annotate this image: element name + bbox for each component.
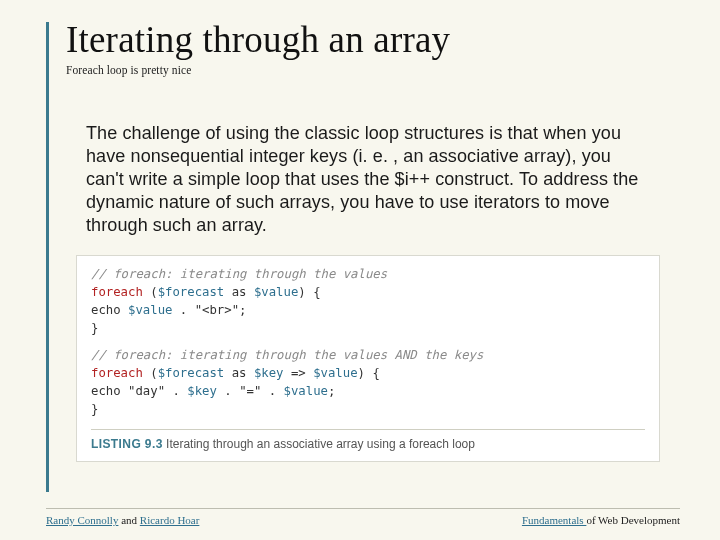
author-link: Ricardo Hoar <box>140 514 200 526</box>
code-comment: // foreach: iterating through the values… <box>91 347 645 365</box>
slide-title: Iterating through an array <box>66 18 680 61</box>
book-rest: of Web Development <box>586 514 680 526</box>
footer-book: Fundamentals of Web Development <box>522 514 680 526</box>
code-line: } <box>91 401 645 419</box>
accent-bar <box>46 22 49 492</box>
footer-divider <box>46 508 680 509</box>
code-line: foreach ($forecast as $key => $value) { <box>91 365 645 383</box>
code-listing: // foreach: iterating through the values… <box>76 255 660 462</box>
code-line: } <box>91 320 645 338</box>
body-paragraph: The challenge of using the classic loop … <box>86 122 650 237</box>
slide-container: Iterating through an array Foreach loop … <box>0 0 720 540</box>
listing-caption: LISTING 9.3 Iterating through an associa… <box>91 436 645 453</box>
footer-row: Randy Connolly and Ricardo Hoar Fundamen… <box>46 514 680 526</box>
code-line: foreach ($forecast as $value) { <box>91 284 645 302</box>
listing-divider <box>91 429 645 430</box>
slide-subtitle: Foreach loop is pretty nice <box>66 64 680 76</box>
book-link: Fundamentals <box>522 514 586 526</box>
code-line: echo $value . "<br>"; <box>91 302 645 320</box>
footer: Randy Connolly and Ricardo Hoar Fundamen… <box>46 508 680 526</box>
code-spacer <box>91 337 645 347</box>
code-line: echo "day" . $key . "=" . $value; <box>91 383 645 401</box>
footer-and: and <box>118 514 139 526</box>
listing-tag: LISTING 9.3 <box>91 437 163 451</box>
listing-text: Iterating through an associative array u… <box>163 437 475 451</box>
footer-authors: Randy Connolly and Ricardo Hoar <box>46 514 199 526</box>
author-link: Randy Connolly <box>46 514 118 526</box>
code-comment: // foreach: iterating through the values <box>91 266 645 284</box>
